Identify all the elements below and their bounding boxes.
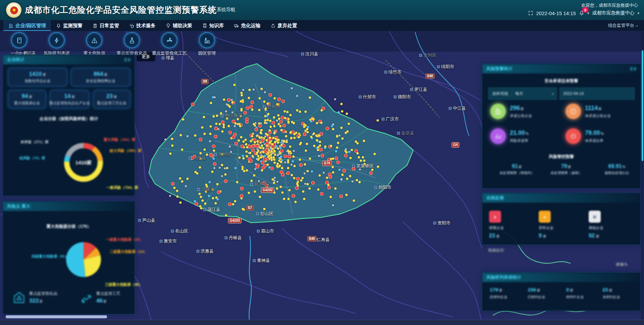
enterprise-stat-box[interactable]: 864家安全监测联网企业 bbox=[71, 68, 130, 87]
stat-label: 未研判企业 bbox=[602, 295, 620, 300]
warning-stat-text: 296家承诺公告企业 bbox=[510, 105, 532, 118]
stat-value: 21.00% bbox=[510, 129, 529, 137]
warning-stat: 79.00%未承诺比率 bbox=[566, 128, 604, 144]
fullscreen-icon[interactable] bbox=[528, 10, 533, 16]
map-city-label: 汶川县 bbox=[301, 51, 318, 57]
menu-item[interactable]: 企业/园区管理 bbox=[3, 20, 51, 31]
vertical-scrollbar-thumb[interactable] bbox=[642, 50, 643, 161]
book-icon bbox=[202, 23, 207, 28]
stat-label: 离线企业 bbox=[589, 225, 632, 230]
system-nav-button[interactable]: 系统导航 bbox=[210, 7, 235, 13]
warning-stat-text: 21.00%风险承诺率 bbox=[510, 129, 529, 143]
pending-alert-stat: 91家 未处理预警（周期内） bbox=[499, 163, 535, 175]
map-city-name: 中江县 bbox=[453, 105, 466, 111]
menu-item[interactable]: 辅助决策 bbox=[161, 20, 197, 31]
map-city-label: 彭山区 bbox=[256, 211, 273, 217]
monitoring-stat: ▲报警企业23家 bbox=[489, 211, 533, 239]
main-nav-items: 企业/园区管理监测预警日常监管技术服务辅助决策知识库危化运输废弃处置 bbox=[0, 20, 302, 31]
horizontal-scrollbar-thumb[interactable] bbox=[6, 315, 107, 318]
map-city-label: 丹棱县 bbox=[225, 235, 242, 241]
stat-label: 重点监管工艺企业 bbox=[97, 101, 126, 106]
org-dropdown[interactable]: 成都市应急救援中心 bbox=[592, 10, 634, 16]
horizontal-scrollbar-track[interactable] bbox=[0, 320, 644, 325]
menu-item[interactable]: 日常监管 bbox=[88, 20, 124, 31]
stat-value: 9家 bbox=[539, 233, 582, 239]
panel-title: 企业统计 bbox=[7, 55, 24, 64]
map-city-label: 眉山市 bbox=[257, 228, 274, 234]
notification-bell[interactable]: 0 bbox=[579, 10, 584, 16]
platform-link[interactable]: 综合监管平台→ bbox=[608, 22, 639, 29]
map-city-label: 蒲江县 bbox=[203, 207, 220, 213]
map-city-name: 名山区 bbox=[175, 228, 188, 234]
donut-label-large: 较大风险（190）家 bbox=[110, 148, 142, 153]
pie-label-l2: 二级重大危险源（14） bbox=[110, 249, 147, 254]
donut-label-general: 一般风险（734）家 bbox=[106, 185, 138, 190]
map-city-name: 大邑县 bbox=[193, 155, 206, 161]
menu-item[interactable]: 废弃处置 bbox=[266, 20, 302, 31]
date-input[interactable]: 2022-04-14 bbox=[559, 88, 635, 100]
enterprise-stat-box[interactable]: 94家重大危险源企业 bbox=[8, 90, 46, 109]
map-city-label: 金堂县 bbox=[397, 130, 414, 136]
quick-icon-archive[interactable]: 一企一档 bbox=[5, 32, 33, 56]
stat-unit: 家 bbox=[568, 165, 571, 169]
map-city-name: 安州区 bbox=[423, 52, 436, 58]
enterprise-stat-box[interactable]: 23家重点监管工艺企业 bbox=[93, 90, 130, 109]
page-title: 成都市化工危险化学品安全风险管控监测预警系统 bbox=[25, 4, 217, 15]
judge-stat: 156家 已研判企业 bbox=[528, 287, 545, 300]
app-header: 成都市化工危险化学品安全风险管控监测预警系统 系统导航 欢迎您，成都市应急救援中… bbox=[0, 0, 644, 20]
building-icon bbox=[490, 104, 506, 119]
welcome-text: 欢迎您，成都市应急救援中心 bbox=[581, 2, 638, 8]
warning-stat: 296家承诺公告企业 bbox=[490, 104, 532, 119]
quick-icon-warning[interactable]: 重大危险源 bbox=[80, 32, 108, 56]
quick-icon-radiation[interactable]: 重点监管危化工艺 bbox=[156, 32, 183, 56]
pie-label-l1: 一级重大危险源（23） bbox=[106, 237, 143, 242]
quick-icon-factory[interactable]: 园区管理 bbox=[193, 32, 221, 56]
map-city-name: 芦山县 bbox=[142, 217, 155, 223]
panel-title: 风险预警统计 bbox=[486, 64, 513, 73]
stat-value: 69.91 bbox=[608, 163, 622, 169]
map-city-name: 蒲江县 bbox=[207, 207, 220, 213]
menu-item[interactable]: 危化运输 bbox=[229, 20, 266, 31]
stat-label: 已研判企业 bbox=[528, 295, 545, 300]
enterprise-stat-box[interactable]: 14家重点监管危化品生产企业 bbox=[50, 90, 90, 109]
menu-item-label: 辅助决策 bbox=[173, 22, 192, 29]
map-city-label: 安州区 bbox=[419, 52, 436, 58]
section-title: 风险管控预警 bbox=[482, 154, 640, 160]
map-city-name: 洪雅县 bbox=[201, 248, 214, 254]
map-city-label: 雅安市 bbox=[160, 238, 177, 244]
donut-chart-title: 企业分级（按照风险评级）统计 bbox=[3, 116, 135, 122]
warning-stat: 21.00%风险承诺率 bbox=[490, 128, 529, 144]
stat-label: 安全监测联网企业 bbox=[86, 78, 115, 84]
key-chemicals-stat[interactable]: 重点监管危化品 322家 bbox=[12, 291, 57, 304]
stat-value: 322 bbox=[29, 297, 39, 304]
quick-icon-flash[interactable]: 风险研判承诺 bbox=[43, 32, 70, 56]
panel-title: 风险点·重大 bbox=[7, 202, 30, 211]
key-process-stat[interactable]: 重点监管工艺 46家 bbox=[79, 291, 120, 304]
chevron-down-icon[interactable]: ▾ bbox=[637, 11, 639, 15]
more-link[interactable]: 更多 bbox=[124, 55, 131, 64]
map-city-name: 金堂县 bbox=[401, 130, 414, 136]
map-city-label: 德阳市 bbox=[394, 94, 411, 100]
stat-label: 风险承诺率 bbox=[510, 138, 529, 143]
pie-segment-四级重大危险源[interactable] bbox=[66, 242, 86, 277]
menu-item[interactable]: 知识库 bbox=[197, 20, 229, 31]
quick-icon-row: 一企一档风险研判承诺重大危险源重点监管危化品重点监管危化工艺园区管理 bbox=[0, 32, 221, 56]
enterprise-stat-box[interactable]: 1410家危险化学品企业 bbox=[8, 68, 67, 87]
map-city-name: 眉山市 bbox=[261, 228, 274, 234]
flask-icon bbox=[124, 32, 140, 48]
menu-item-label: 企业/园区管理 bbox=[15, 22, 46, 29]
stat-label: 未承诺比率 bbox=[585, 138, 604, 143]
map-city-name: 彭山区 bbox=[260, 211, 273, 217]
stat-unit: 家 bbox=[519, 165, 522, 169]
stat-value: 14家 bbox=[64, 93, 75, 100]
menu-item[interactable]: 监测预警 bbox=[51, 20, 88, 31]
donut-center-label: 1410家 bbox=[67, 160, 100, 166]
panel-header: 风险点·重大 bbox=[3, 202, 135, 211]
more-link[interactable]: 更多 bbox=[630, 64, 637, 73]
quick-icon-flask[interactable]: 重点监管危化品 bbox=[118, 32, 146, 56]
stat-unit: 家 bbox=[103, 300, 107, 303]
period-select[interactable]: 选择周期 每天 ▾ bbox=[488, 88, 557, 100]
stat-label: 重点监管危化品生产企业 bbox=[49, 101, 90, 106]
menu-item[interactable]: 技术服务 bbox=[124, 20, 161, 31]
map-city-label: 彭州市 bbox=[263, 104, 280, 110]
